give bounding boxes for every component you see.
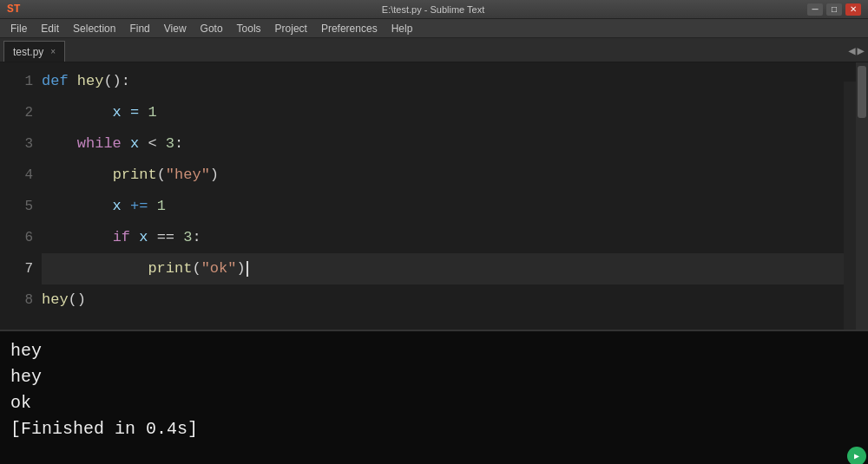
line-number-6: 6 [0, 222, 33, 253]
minimap [844, 82, 856, 330]
tab-scroll-left-icon[interactable]: ◀ [848, 43, 855, 58]
output-line: [Finished in 0.4s] [10, 416, 858, 442]
code-line-8: hey() [42, 284, 856, 316]
menubar: FileEditSelectionFindViewGotoToolsProjec… [0, 19, 868, 38]
menu-item-help[interactable]: Help [385, 21, 420, 36]
menu-item-view[interactable]: View [157, 21, 194, 36]
output-line: hey [10, 338, 858, 364]
window-title: E:\test.py - Sublime Text [382, 4, 484, 15]
titlebar: ST E:\test.py - Sublime Text ─ □ ✕ [0, 0, 868, 19]
line-number-5: 5 [0, 191, 33, 222]
code-line-2: x = 1 [42, 97, 856, 128]
menu-item-find[interactable]: Find [122, 21, 156, 36]
app-icon: ST [7, 3, 21, 16]
menu-item-selection[interactable]: Selection [66, 21, 122, 36]
line-number-8: 8 [0, 284, 33, 316]
menu-item-file[interactable]: File [3, 21, 34, 36]
scrollbar-thumb[interactable] [858, 66, 866, 118]
line-number-7: 7 [0, 253, 33, 284]
code-content[interactable]: def hey(): x = 1 while x < 3: print("hey… [42, 62, 856, 330]
line-number-2: 2 [0, 97, 33, 128]
output-wrapper: heyheyok[Finished in 0.4s] ▶ [0, 330, 868, 464]
tab-label: test.py [13, 46, 43, 58]
line-numbers: 12345678 [0, 62, 42, 330]
tab-arrows: ◀ ▶ [848, 38, 868, 62]
editor-scrollbar[interactable] [856, 62, 868, 330]
window-controls: ─ □ ✕ [807, 3, 861, 16]
maximize-button[interactable]: □ [826, 3, 842, 16]
output-line: ok [10, 390, 858, 416]
code-line-7: print("ok") [42, 253, 856, 284]
output-line: hey [10, 364, 858, 390]
tab-scroll-right-icon[interactable]: ▶ [858, 43, 865, 58]
text-cursor [247, 261, 248, 277]
close-button[interactable]: ✕ [845, 3, 861, 16]
output-panel: heyheyok[Finished in 0.4s] [0, 330, 868, 464]
file-tab[interactable]: test.py × [3, 41, 65, 62]
line-number-3: 3 [0, 128, 33, 160]
code-line-1: def hey(): [42, 66, 856, 97]
code-line-5: x += 1 [42, 191, 856, 222]
menu-item-preferences[interactable]: Preferences [314, 21, 385, 36]
code-line-6: if x == 3: [42, 222, 856, 253]
menu-item-goto[interactable]: Goto [194, 21, 230, 36]
minimize-button[interactable]: ─ [807, 3, 823, 16]
code-line-3: while x < 3: [42, 128, 856, 160]
menu-item-edit[interactable]: Edit [34, 21, 66, 36]
line-number-4: 4 [0, 160, 33, 191]
plugin-button[interactable]: ▶ [847, 447, 866, 464]
menu-item-tools[interactable]: Tools [230, 21, 268, 36]
line-number-1: 1 [0, 66, 33, 97]
menu-item-project[interactable]: Project [268, 21, 314, 36]
code-line-4: print("hey") [42, 160, 856, 191]
tabbar: test.py × ◀ ▶ [0, 38, 868, 62]
tab-close-button[interactable]: × [50, 47, 56, 56]
editor-area: 12345678 def hey(): x = 1 while x < 3: p… [0, 62, 868, 330]
